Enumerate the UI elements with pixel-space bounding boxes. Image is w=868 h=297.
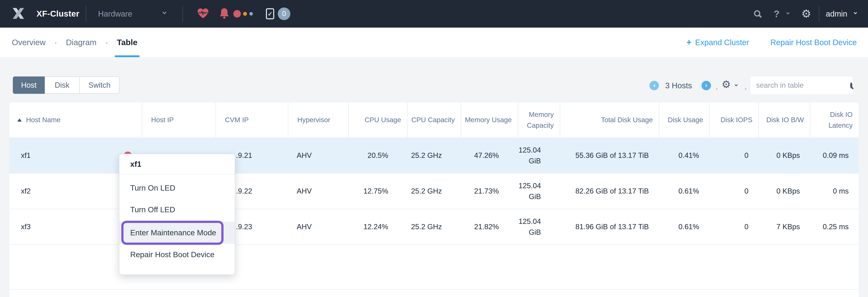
tab-diagram[interactable]: Diagram xyxy=(66,28,96,57)
cell-memory_capacity: 125.04 GiB xyxy=(518,174,560,209)
column-header-host_ip[interactable]: Host IP xyxy=(142,102,215,137)
chevron-down-icon[interactable] xyxy=(787,11,789,15)
column-label: Total Disk Usage xyxy=(601,114,653,125)
column-header-cpu_usage[interactable]: CPU Usage xyxy=(348,102,407,137)
chevron-down-icon[interactable] xyxy=(163,11,166,14)
sub-nav: Overview · Diagram · Table + Expand Clus… xyxy=(0,28,868,57)
cell-cpu_capacity: 25.2 GHz xyxy=(407,174,461,209)
cell-disk_io_bw: 0 KBps xyxy=(758,138,810,173)
user-menu[interactable]: admin xyxy=(826,9,847,18)
dot-separator: · xyxy=(54,37,57,48)
cell-disk_usage: 0.61% xyxy=(659,209,709,244)
cell-cpu_capacity: 25.2 GHz xyxy=(407,209,461,244)
cell-disk_iops: 0 xyxy=(709,174,758,209)
context-menu-title: xf1 xyxy=(119,154,235,174)
cell-total_disk_usage: 82.26 GiB of 13.17 TiB xyxy=(560,174,659,209)
column-label: Host Name xyxy=(26,114,61,125)
nav-menu-hardware[interactable]: Hardware xyxy=(98,9,132,18)
alerts-bell-icon[interactable] xyxy=(219,8,229,20)
search-icon[interactable] xyxy=(754,10,760,18)
column-header-cpu_capacity[interactable]: CPU Capacity xyxy=(407,102,461,137)
divider xyxy=(86,6,86,22)
host-view-button[interactable]: Host xyxy=(13,76,45,94)
column-header-memory_capacity[interactable]: Memory Capacity xyxy=(518,102,560,137)
column-label: Memory Usage xyxy=(465,114,512,125)
x-logo-icon xyxy=(12,7,25,20)
dot-separator xyxy=(745,88,746,90)
column-header-hypervisor[interactable]: Hypervisor xyxy=(288,102,348,137)
cluster-name[interactable]: XF-Cluster xyxy=(36,9,79,19)
host-count-label: 3 Hosts xyxy=(665,81,692,90)
critical-status-dot[interactable] xyxy=(234,10,241,18)
column-label: Disk IO B/W xyxy=(766,114,804,125)
cell-cpu_usage: 12.75% xyxy=(348,174,407,209)
disk-view-button[interactable]: Disk xyxy=(45,76,80,94)
cell-memory_usage: 21.73% xyxy=(461,174,518,209)
cell-memory_capacity: 125.04 GiB xyxy=(518,209,560,244)
app-logo[interactable] xyxy=(12,7,25,20)
column-label: Disk IOPS xyxy=(721,114,752,125)
cell-disk_io_latency: 0.25 ms xyxy=(810,209,859,244)
tab-table[interactable]: Table xyxy=(117,28,137,57)
menu-item-repair-host-boot-device[interactable]: Repair Host Boot Device xyxy=(119,244,235,265)
column-header-disk_io_latency[interactable]: Disk IO Latency xyxy=(810,102,859,137)
table-header: Host NameHost IPCVM IPHypervisorCPU Usag… xyxy=(9,102,859,138)
tab-overview[interactable]: Overview xyxy=(12,28,45,57)
column-label: Host IP xyxy=(151,114,174,125)
page-previous-button[interactable] xyxy=(649,81,659,90)
chevron-down-icon[interactable] xyxy=(735,83,737,87)
repair-host-boot-device-button[interactable]: Repair Host Boot Device xyxy=(770,38,857,47)
column-header-disk_io_bw[interactable]: Disk IO B/W xyxy=(758,102,810,137)
page-next-button[interactable] xyxy=(702,81,711,90)
column-label: Disk IO Latency xyxy=(810,109,852,131)
cell-cpu_usage: 20.5% xyxy=(348,138,407,173)
tasks-clipboard-icon[interactable]: ✓ xyxy=(266,8,274,19)
health-heart-icon[interactable] xyxy=(197,8,209,20)
cell-disk_usage: 0.61% xyxy=(659,174,709,209)
expand-cluster-button[interactable]: + Expand Cluster xyxy=(686,37,749,47)
cell-disk_iops: 0 xyxy=(709,209,758,244)
column-header-total_disk_usage[interactable]: Total Disk Usage xyxy=(560,102,659,137)
settings-gear-icon[interactable]: ⚙ xyxy=(801,8,811,19)
menu-item-turn-off-led[interactable]: Turn Off LED xyxy=(119,199,235,221)
page-actions: + Expand Cluster Repair Host Boot Device xyxy=(686,28,857,57)
cell-disk_usage: 0.41% xyxy=(659,138,709,173)
entity-type-buttons: Host Disk Switch xyxy=(13,76,120,94)
column-header-host_name[interactable]: Host Name xyxy=(9,102,142,137)
divider xyxy=(819,6,819,22)
cell-disk_iops: 0 xyxy=(709,138,758,173)
table-search xyxy=(751,76,852,94)
warning-status-dot[interactable] xyxy=(243,12,247,16)
column-label: Hypervisor xyxy=(297,114,330,125)
table-search-input[interactable] xyxy=(756,81,850,90)
cell-hypervisor: AHV xyxy=(288,209,348,244)
menu-item-enter-maintenance-mode[interactable]: Enter Maintenance Mode xyxy=(119,222,235,244)
cell-total_disk_usage: 81.96 GiB of 13.17 TiB xyxy=(560,209,659,244)
switch-view-button[interactable]: Switch xyxy=(80,76,120,94)
chevron-down-icon[interactable] xyxy=(854,11,857,14)
cell-memory_usage: 21.82% xyxy=(461,209,518,244)
cell-total_disk_usage: 55.36 GiB of 13.17 TiB xyxy=(560,138,659,173)
cell-memory_capacity: 125.04 GiB xyxy=(518,138,560,173)
cell-cpu_usage: 12.24% xyxy=(348,209,407,244)
table-settings-gear-icon[interactable]: ⚙ xyxy=(722,79,731,90)
column-header-memory_usage[interactable]: Memory Usage xyxy=(461,102,518,137)
cell-hypervisor: AHV xyxy=(288,174,348,209)
cell-memory_usage: 47.26% xyxy=(461,138,518,173)
info-status-dot[interactable] xyxy=(249,12,253,15)
spacer xyxy=(119,174,235,177)
cell-disk_io_latency: 0.09 ms xyxy=(810,138,859,173)
cell-cpu_capacity: 25.2 GHz xyxy=(407,138,461,173)
divider xyxy=(183,6,183,22)
column-header-disk_iops[interactable]: Disk IOPS xyxy=(709,102,758,137)
menu-item-turn-on-led[interactable]: Turn On LED xyxy=(119,177,235,199)
search-icon[interactable] xyxy=(850,82,852,88)
cell-disk_io_bw: 7 KBps xyxy=(758,209,810,244)
help-icon[interactable]: ? xyxy=(774,8,779,19)
task-count-badge[interactable]: 0 xyxy=(278,7,290,20)
column-label: CPU Capacity xyxy=(411,114,455,125)
column-header-cvm_ip[interactable]: CVM IP xyxy=(215,102,288,137)
plus-icon: + xyxy=(686,37,692,47)
column-header-disk_usage[interactable]: Disk Usage xyxy=(659,102,709,137)
dot-separator: · xyxy=(105,37,108,48)
